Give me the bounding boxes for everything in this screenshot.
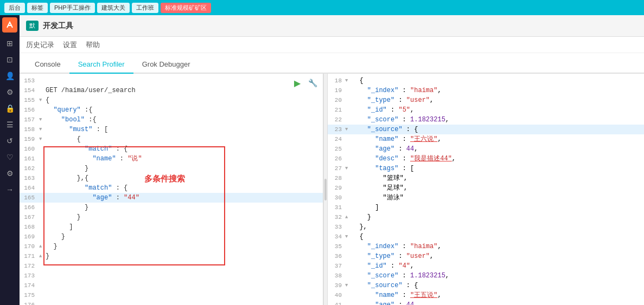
line-number: 167 xyxy=(22,212,39,222)
result-line: 19 "_index" : "haima", xyxy=(328,86,644,95)
result-line: 24 "name" : "王六说", xyxy=(328,134,644,144)
editor-line: 164 "match" : { xyxy=(20,183,323,193)
fold-arrow[interactable]: ▼ xyxy=(39,134,46,144)
result-fold-arrow[interactable]: ▼ xyxy=(345,76,352,86)
result-line-content: "_index" : "haima", xyxy=(352,242,642,251)
fold-arrow[interactable]: ▼ xyxy=(39,115,46,125)
line-number: 171 xyxy=(22,251,39,261)
topnav-item-6[interactable]: 标准规模矿矿区 xyxy=(161,3,211,13)
result-line-content: "_type" : "user", xyxy=(352,95,642,105)
editor-area: 多条件搜索 ▶ 🔧 153154GET /haima/user/_search1… xyxy=(20,74,644,305)
result-line-number: 26 xyxy=(330,154,345,164)
editor-line: 158▼ "must" : [ xyxy=(20,125,323,134)
topnav-item-5[interactable]: 工作班 xyxy=(132,3,158,13)
result-line-number: 21 xyxy=(330,105,345,115)
result-line-number: 31 xyxy=(330,203,345,212)
topnav-item-3[interactable]: PHP手工操作 xyxy=(50,3,95,13)
wrench-button[interactable]: 🔧 xyxy=(307,77,318,89)
result-line-number: 36 xyxy=(330,251,345,261)
line-content: } xyxy=(46,203,321,212)
menu-item-help[interactable]: 帮助 xyxy=(86,40,100,50)
line-number: 164 xyxy=(22,183,39,193)
tab-grok-debugger[interactable]: Grok Debugger xyxy=(133,56,199,74)
result-line: 28 "篮球", xyxy=(328,173,644,183)
menu-bar: 历史记录 设置 帮助 xyxy=(20,37,644,53)
fold-arrow[interactable]: ▲ xyxy=(39,251,46,261)
line-content: "match" : { xyxy=(46,183,321,193)
result-line-number: 18 xyxy=(330,76,345,86)
pane-splitter[interactable] xyxy=(323,74,328,305)
line-number: 174 xyxy=(22,281,39,290)
result-line-number: 38 xyxy=(330,271,345,281)
sidebar-icon-gear[interactable]: ⚙ xyxy=(2,85,17,100)
result-line-content: }, xyxy=(352,222,642,232)
result-fold-arrow[interactable]: ▼ xyxy=(345,232,352,242)
fold-arrow[interactable]: ▼ xyxy=(39,125,46,134)
sidebar: ⊞ ⊡ 👤 ⚙ 🔒 ☰ ↺ ♡ ⚙ → xyxy=(0,15,20,305)
topnav-item-2[interactable]: 标签 xyxy=(27,3,48,13)
editor-line: 173 xyxy=(20,271,323,281)
fold-arrow[interactable]: ▼ xyxy=(39,95,46,105)
result-line-number: 19 xyxy=(330,86,345,95)
result-line-content: } xyxy=(352,212,642,222)
editor-line: 159▼ { xyxy=(20,134,323,144)
result-fold-arrow[interactable]: ▼ xyxy=(345,164,352,173)
line-number: 172 xyxy=(22,261,39,271)
result-line: 23▼ "_source" : { xyxy=(328,125,644,134)
fold-arrow[interactable]: ▲ xyxy=(39,242,46,251)
result-line-content: "name" : "王六说", xyxy=(352,134,642,144)
editor-line: 172 xyxy=(20,261,323,271)
line-number: 154 xyxy=(22,86,39,95)
sidebar-icon-refresh[interactable]: ↺ xyxy=(2,133,17,148)
result-line-content: "_id" : "5", xyxy=(352,105,642,115)
line-number: 168 xyxy=(22,222,39,232)
result-line-number: 29 xyxy=(330,183,345,193)
line-number: 159 xyxy=(22,134,39,144)
run-button[interactable]: ▶ xyxy=(291,77,303,89)
line-content: } xyxy=(46,232,321,242)
result-line-number: 27 xyxy=(330,164,345,173)
result-line: 32▲ } xyxy=(328,212,644,222)
topnav-item-4[interactable]: 建筑大关 xyxy=(97,3,130,13)
result-line-content: "_source" : { xyxy=(352,125,642,134)
result-fold-arrow[interactable]: ▼ xyxy=(345,125,352,134)
line-content: } xyxy=(46,212,321,222)
menu-item-settings[interactable]: 设置 xyxy=(63,40,77,50)
tab-console[interactable]: Console xyxy=(26,56,69,74)
menu-item-history[interactable]: 历史记录 xyxy=(26,40,54,50)
line-content: } xyxy=(46,242,321,251)
top-nav-bar: 后台 标签 PHP手工操作 建筑大关 工作班 标准规模矿矿区 xyxy=(0,0,644,15)
line-content: "age" : "44" xyxy=(46,193,321,203)
sidebar-icon-grid[interactable]: ⊞ xyxy=(2,36,17,51)
result-line: 18▼ { xyxy=(328,76,644,86)
editor-line: 162 } xyxy=(20,164,323,173)
result-line-content: "name" : "王五说", xyxy=(352,290,642,300)
result-line-content: "_source" : { xyxy=(352,281,642,290)
result-line-number: 32 xyxy=(330,212,345,222)
sidebar-icon-settings[interactable]: ⚙ xyxy=(2,166,17,181)
line-content: "match" : { xyxy=(46,144,321,154)
sidebar-icon-build[interactable]: ⊡ xyxy=(2,52,17,67)
tab-search-profiler[interactable]: Search Profiler xyxy=(69,56,133,74)
line-content: "bool" :{ xyxy=(46,115,321,125)
editor-line: 166 } xyxy=(20,203,323,212)
result-line-content: "_score" : 1.1823215, xyxy=(352,271,642,281)
topnav-item-1[interactable]: 后台 xyxy=(4,3,25,13)
sidebar-icon-list[interactable]: ☰ xyxy=(2,117,17,132)
result-line-content: "_type" : "user", xyxy=(352,251,642,261)
result-line: 21 "_id" : "5", xyxy=(328,105,644,115)
sidebar-icon-person[interactable]: 👤 xyxy=(2,68,17,83)
result-line: 29 "足球", xyxy=(328,183,644,193)
sidebar-icon-arrow[interactable]: → xyxy=(2,182,17,197)
line-content: } xyxy=(46,164,321,173)
result-line-content: "_score" : 1.1823215, xyxy=(352,115,642,125)
result-line: 33 }, xyxy=(328,222,644,232)
sidebar-icon-heart[interactable]: ♡ xyxy=(2,150,17,165)
line-content: "name" : "说" xyxy=(46,154,321,164)
sidebar-icon-lock[interactable]: 🔒 xyxy=(2,101,17,116)
result-fold-arrow[interactable]: ▲ xyxy=(345,212,352,222)
result-fold-arrow[interactable]: ▼ xyxy=(345,281,352,290)
result-line-number: 35 xyxy=(330,242,345,251)
line-number: 160 xyxy=(22,144,39,154)
line-number: 166 xyxy=(22,203,39,212)
